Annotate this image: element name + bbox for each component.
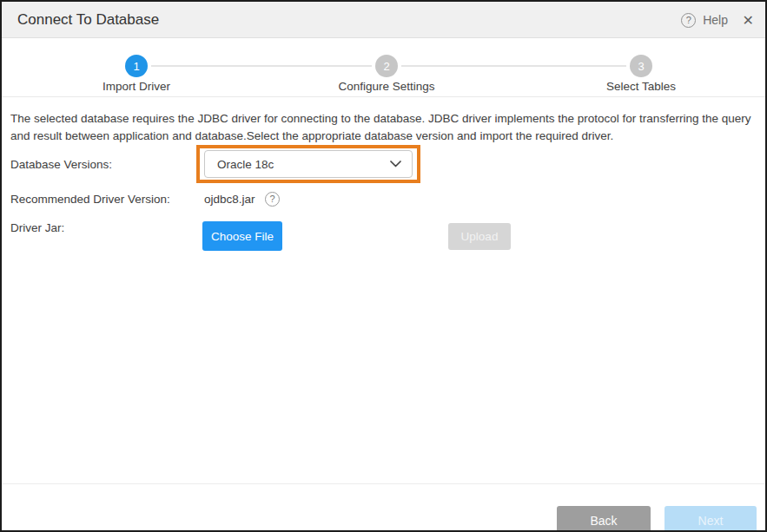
upload-button[interactable]: Upload bbox=[448, 223, 511, 250]
step-2-circle[interactable]: 2 bbox=[375, 55, 398, 77]
back-button[interactable]: Back bbox=[557, 506, 651, 532]
step-1-circle[interactable]: 1 bbox=[125, 55, 148, 77]
jdbc-description-text: The selected database requires the JDBC … bbox=[10, 110, 755, 144]
recommended-driver-label: Recommended Driver Version: bbox=[10, 193, 170, 206]
titlebar: Connect To Database ? Help ✕ bbox=[2, 2, 765, 38]
step-connector bbox=[401, 65, 626, 67]
help-button[interactable]: ? Help bbox=[681, 2, 728, 38]
step-1-label: Import Driver bbox=[102, 80, 170, 93]
chevron-down-icon bbox=[390, 161, 412, 167]
help-label: Help bbox=[703, 13, 728, 27]
recommended-driver-value: ojdbc8.jar bbox=[204, 193, 255, 206]
step-1-number: 1 bbox=[133, 60, 139, 73]
close-icon[interactable]: ✕ bbox=[743, 2, 754, 38]
footer-divider bbox=[2, 483, 765, 484]
help-icon: ? bbox=[681, 13, 696, 28]
step-2-number: 2 bbox=[383, 60, 389, 73]
database-versions-selected-value: Oracle 18c bbox=[205, 158, 390, 171]
database-versions-label: Database Versions: bbox=[10, 158, 112, 171]
next-button[interactable]: Next bbox=[665, 506, 757, 532]
page-title: Connect To Database bbox=[17, 2, 159, 38]
database-versions-select[interactable]: Oracle 18c bbox=[204, 150, 413, 178]
wizard-stepper: 1 Import Driver 2 Configure Settings 3 S… bbox=[2, 39, 765, 97]
step-2-label: Configure Settings bbox=[338, 80, 434, 93]
driver-jar-label: Driver Jar: bbox=[10, 221, 64, 234]
step-connector bbox=[151, 65, 372, 67]
choose-file-button[interactable]: Choose File bbox=[202, 221, 282, 251]
step-3-circle[interactable]: 3 bbox=[630, 55, 652, 77]
step-3-number: 3 bbox=[638, 60, 644, 73]
step-3-label: Select Tables bbox=[606, 80, 676, 93]
driver-info-help-icon[interactable]: ? bbox=[265, 192, 280, 207]
connect-to-database-dialog: Connect To Database ? Help ✕ 1 Import Dr… bbox=[0, 0, 767, 532]
